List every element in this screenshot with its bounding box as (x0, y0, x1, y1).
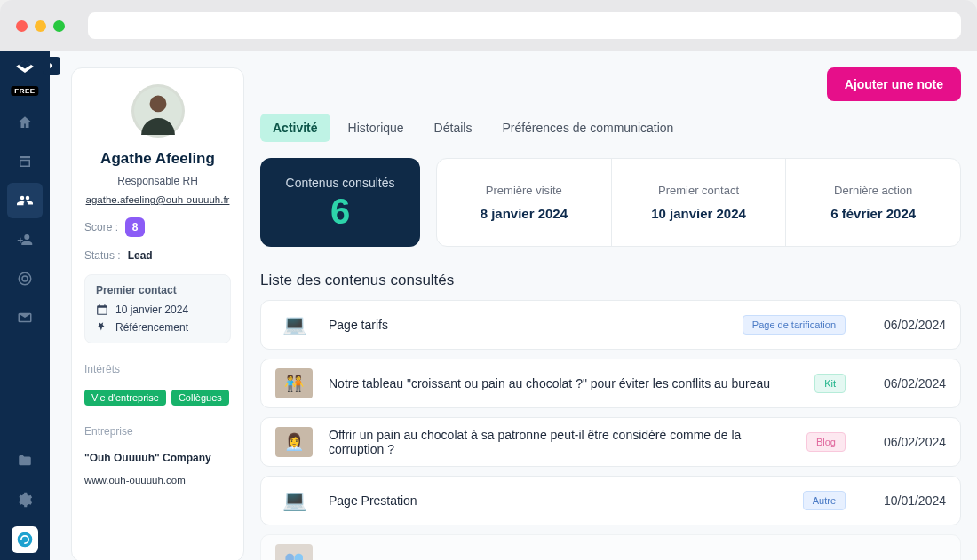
sidebar-item-folder[interactable] (7, 443, 43, 478)
tab-activity[interactable]: Activité (260, 114, 330, 142)
content-item-title: Page Prestation (329, 493, 787, 508)
score-label: Score : (84, 221, 118, 233)
content-item-title: Offrir un pain au chocolat à sa patronne… (329, 428, 790, 456)
first-contact-source: Référencement (115, 321, 188, 334)
score-badge: 8 (125, 217, 145, 237)
content-item[interactable]: 🧑‍🤝‍🧑 Notre tableau "croissant ou pain a… (260, 359, 961, 408)
sidebar-item-content[interactable] (7, 144, 43, 179)
company-section-title: Entreprise (84, 425, 231, 438)
maximize-window-icon[interactable] (53, 20, 65, 32)
profile-name: Agathe Afeeling (84, 150, 231, 168)
stat-label: Dernière action (834, 184, 912, 197)
sidebar-item-home[interactable] (7, 105, 43, 140)
sidebar-item-settings[interactable] (7, 482, 43, 517)
add-note-button[interactable]: Ajouter une note (827, 67, 961, 101)
stat-hero-content-views: Contenus consultés 6 (260, 158, 420, 247)
sidebar-item-targets[interactable] (7, 261, 43, 296)
profile-email[interactable]: agathe.afeeling@ouh-ouuuuh.fr (84, 194, 231, 205)
svg-point-2 (149, 95, 166, 112)
content-item[interactable]: 💻 Page Prestation Autre 10/01/2024 (260, 476, 961, 525)
stat-first-visit: Première visite 8 janvier 2024 (437, 159, 611, 246)
content-list: 💻 Page tarifs Page de tarification 06/02… (260, 300, 961, 560)
sidebar-item-contacts[interactable] (7, 183, 43, 218)
first-contact-card: Premier contact 10 janvier 2024 Référenc… (84, 274, 231, 343)
tabs: Activité Historique Détails Préférences … (260, 114, 961, 142)
url-bar[interactable] (88, 12, 961, 39)
content-item-date: 06/02/2024 (862, 318, 946, 332)
traffic-lights[interactable] (16, 20, 65, 32)
photo-thumb: 🧑‍🤝‍🧑 (275, 368, 313, 398)
first-contact-title: Premier contact (96, 284, 219, 296)
content-item-date: 06/02/2024 (862, 376, 946, 390)
status-value: Lead (128, 249, 153, 262)
content-item-tag: Kit (814, 374, 846, 393)
content-item-tag: Autre (803, 491, 846, 510)
free-badge: FREE (11, 86, 38, 96)
svg-point-0 (18, 532, 33, 548)
laptop-icon: 💻 (275, 485, 313, 516)
laptop-icon: 💻 (275, 310, 313, 340)
tab-history[interactable]: Historique (336, 114, 417, 142)
photo-thumb: 👩‍💼 (275, 427, 313, 457)
sidebar-expand-toggle[interactable] (43, 57, 60, 75)
stat-value: 10 janvier 2024 (651, 206, 746, 221)
company-url[interactable]: www.ouh-ouuuuh.com (84, 475, 231, 485)
sidebar-item-mail[interactable] (7, 300, 43, 335)
status-label: Status : (84, 249, 121, 262)
interests-title: Intérêts (84, 363, 231, 375)
content-list-title: Liste des contenus consultés (260, 272, 961, 289)
content-item-partial[interactable]: 👥 (260, 534, 961, 560)
close-window-icon[interactable] (16, 20, 28, 32)
avatar (131, 84, 185, 138)
stat-last-action: Dernière action 6 février 2024 (785, 159, 960, 246)
sidebar-item-add-contact[interactable] (7, 222, 43, 257)
content-item-title: Page tarifs (329, 318, 727, 332)
stat-label: Première visite (486, 184, 562, 197)
interest-chip[interactable]: Collègues (171, 390, 229, 406)
tab-comm-prefs[interactable]: Préférences de communication (489, 114, 686, 142)
content-item-title: Notre tableau "croissant ou pain au choc… (329, 376, 798, 390)
company-name: "Ouh Ouuuuh" Company (84, 452, 231, 464)
profile-card: Agathe Afeeling Responsable RH agathe.af… (71, 67, 244, 560)
tab-details[interactable]: Détails (422, 114, 485, 142)
app-logo[interactable]: FREE (7, 59, 43, 94)
interest-chip[interactable]: Vie d'entreprise (84, 390, 166, 406)
content-item-date: 10/01/2024 (862, 493, 946, 508)
calendar-icon (96, 304, 108, 316)
content-item-date: 06/02/2024 (862, 435, 946, 449)
interests-chips: Vie d'entreprise Collègues (84, 390, 231, 406)
content-item-tag: Page de tarification (743, 315, 846, 335)
minimize-window-icon[interactable] (35, 20, 46, 32)
sidebar-bottom-logo[interactable] (12, 526, 38, 553)
browser-chrome (0, 0, 977, 51)
content-item[interactable]: 👩‍💼 Offrir un pain au chocolat à sa patr… (260, 417, 961, 467)
content-item[interactable]: 💻 Page tarifs Page de tarification 06/02… (260, 300, 961, 350)
photo-thumb: 👥 (275, 544, 313, 560)
stat-first-contact: Premier contact 10 janvier 2024 (611, 159, 786, 246)
stat-hero-label: Contenus consultés (286, 176, 395, 190)
app-sidebar: FREE (0, 51, 50, 560)
stat-label: Premier contact (658, 184, 739, 197)
profile-role: Responsable RH (84, 175, 231, 187)
stat-value: 6 février 2024 (830, 206, 916, 221)
stat-value: 8 janvier 2024 (481, 206, 568, 221)
stat-hero-value: 6 (330, 193, 350, 229)
pin-icon (96, 321, 108, 334)
content-item-tag: Blog (806, 432, 846, 452)
first-contact-date: 10 janvier 2024 (115, 304, 188, 316)
